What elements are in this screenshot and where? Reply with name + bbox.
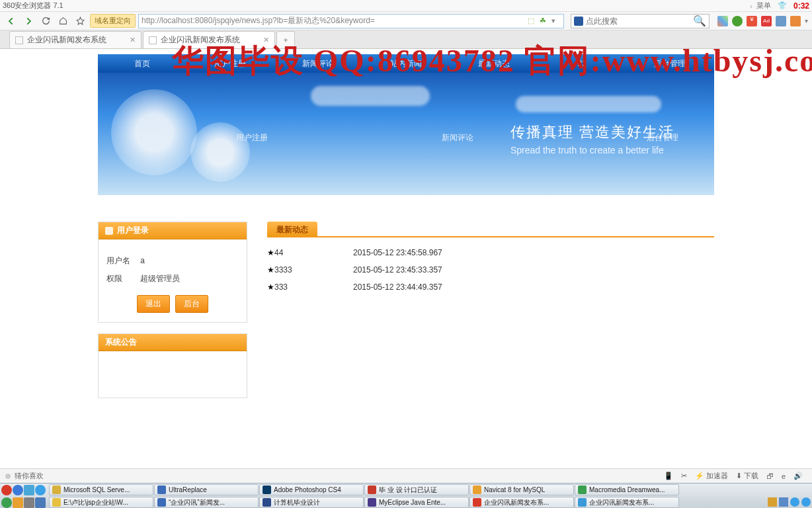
search-bar[interactable]: 🔍 [571,14,710,28]
taskbar-button[interactable]: 毕 业 设 计口已认证 [364,484,469,495]
app-icon[interactable] [13,497,23,508]
taskbar-button[interactable]: 企业闪讯新闻发布系... [575,497,679,508]
notice-panel: 系统公告 [98,333,247,398]
url-input[interactable] [142,17,528,26]
forward-button[interactable] [21,15,36,28]
taskbar-label: “企业闪讯”新闻发... [169,498,225,507]
clock-display: 0:32 [793,1,809,11]
home-button[interactable] [56,15,70,28]
ghost-nav-item: 用户注册 [200,132,303,144]
compat-icon[interactable]: ⬚ [528,17,537,26]
taskbar-label: 企业闪讯新闻发布系... [484,498,549,507]
taskbar-button[interactable]: Navicat 8 for MySQL [469,484,574,495]
page-content: 首页 用户注册 新闻评论 站内新闻 最新动态 22 后台管理 首页 用户注册 新… [0,49,812,409]
accelerator-button[interactable]: ⚡加速器 [695,471,728,481]
favicon-icon [15,36,23,44]
app-icon[interactable] [35,497,46,508]
taskbar-button[interactable]: Macromedia Dreamwea... [575,484,679,495]
status-ie-icon[interactable]: e [782,472,786,480]
address-bar[interactable]: ⬚ ☘ ▾ [138,14,564,28]
admin-button[interactable]: 后台 [175,295,208,313]
quick-launch [1,485,46,495]
taskbar-app-icon [368,486,376,494]
taskbar-app-icon [473,486,481,494]
status-mute-icon[interactable]: 🗗 [766,472,774,480]
tray-icon[interactable] [768,497,777,507]
panel-header: 系统公告 [99,334,247,351]
news-row[interactable]: ★44 2015-05-12 23:45:58.967 [267,244,714,261]
logout-button[interactable]: 退出 [137,295,170,313]
taskbar-label: 毕 业 设 计口已认证 [379,486,437,495]
browser-tab[interactable]: 企业闪讯新闻发布系统 ✕ [9,31,142,48]
favicon-icon [149,36,157,44]
browser-tab[interactable]: 企业闪讯新闻发布系统 ✕ [143,31,275,48]
opera-icon[interactable] [1,485,12,495]
back-button[interactable] [4,15,19,28]
windows-taskbar: Microsoft SQL Serve...UltraReplaceAdobe … [0,483,812,508]
ghost-nav-item: 新闻评论 [406,132,508,144]
leaf-icon[interactable]: ☘ [540,17,549,26]
qq-icon[interactable] [35,485,46,495]
taskbar-label: UltraReplace [169,486,207,493]
taskbar-label: Microsoft SQL Serve... [63,486,130,493]
reload-button[interactable] [38,15,53,28]
360-icon[interactable] [1,497,12,508]
search-input[interactable] [586,17,693,26]
nav-home[interactable]: 首页 [98,58,186,69]
taskbar-button[interactable]: 计算机毕业设计 [259,497,364,508]
nav-comments[interactable]: 新闻评论 [274,58,362,69]
panel-header: 用户登录 [99,222,247,239]
ext-cart-icon[interactable]: ¥ [747,16,757,26]
download-button[interactable]: ⬇下载 [736,471,758,481]
ext-shield-icon[interactable] [732,16,743,26]
taskbar-app-icon [52,486,61,494]
ext-adblock-icon[interactable]: Ad [761,16,772,26]
skin-icon[interactable]: 👕 [778,1,787,10]
taskbar-button[interactable]: E:\卢比\jsp企业站\W... [49,497,153,508]
nav-latest[interactable]: 最新动态 [450,58,538,69]
taskbar-button[interactable]: UltraReplace [154,484,259,495]
taskbar-label: E:\卢比\jsp企业站\W... [63,498,128,507]
ext-grid-icon[interactable] [717,16,728,26]
tab-title: 企业闪讯新闻发布系统 [161,34,240,46]
chevron-down-icon[interactable]: ▾ [551,17,561,26]
tab-close-icon[interactable]: ✕ [130,36,136,44]
app-icon[interactable] [24,497,34,508]
tab-close-icon[interactable]: ✕ [263,36,269,44]
chevron-left-icon[interactable]: ‹ [750,2,752,10]
search-engine-icon[interactable] [574,17,583,26]
taskbar-button[interactable]: MyEclipse Java Ente... [364,497,469,508]
status-zoom-icon[interactable]: 🔊 [793,472,803,480]
tab-latest[interactable]: 最新动态 [267,222,317,236]
status-cut-icon[interactable]: ✂ [681,472,687,480]
ext-chevron-icon[interactable]: ▾ [805,17,808,24]
star-icon: ★ [267,248,274,257]
username-label: 用户名 [106,255,138,267]
news-row[interactable]: ★3333 2015-05-12 23:45:33.357 [267,261,714,278]
taskbar-button[interactable]: Microsoft SQL Serve... [49,484,153,495]
new-tab-button[interactable]: + [276,31,295,48]
main-area: 最新动态 ★44 2015-05-12 23:45:58.967 ★3333 2… [267,222,714,409]
news-row[interactable]: ★333 2015-05-12 23:44:49.357 [267,278,714,296]
nav-sitenews[interactable]: 站内新闻 [362,58,450,69]
ie-icon[interactable] [13,485,23,495]
taskbar-app-icon [578,498,587,507]
status-phone-icon[interactable]: 📱 [664,472,673,480]
taskbar-button[interactable]: “企业闪讯”新闻发... [154,497,259,508]
desktop-icon[interactable] [24,485,34,495]
nav-number[interactable]: 22 [538,59,626,68]
tray-qq-icon[interactable] [801,497,811,507]
guess-you-like[interactable]: 猜你喜欢 [15,471,44,481]
tray-icon[interactable] [779,497,788,507]
nav-register[interactable]: 用户注册 [186,58,274,69]
nav-admin[interactable]: 后台管理 [626,58,714,69]
tray-qq-icon[interactable] [790,497,799,507]
ext-game-icon[interactable] [790,16,801,26]
search-icon[interactable]: 🔍 [693,15,706,27]
sidebar: 用户登录 用户名 a 权限 超级管理员 退出 后台 [98,222,247,409]
taskbar-button[interactable]: Adobe Photoshop CS4 [259,484,364,495]
menu-button[interactable]: 菜单 [756,1,771,11]
ext-capture-icon[interactable] [776,16,786,26]
star-button[interactable] [73,15,87,28]
taskbar-button[interactable]: 企业闪讯新闻发布系... [469,497,574,508]
